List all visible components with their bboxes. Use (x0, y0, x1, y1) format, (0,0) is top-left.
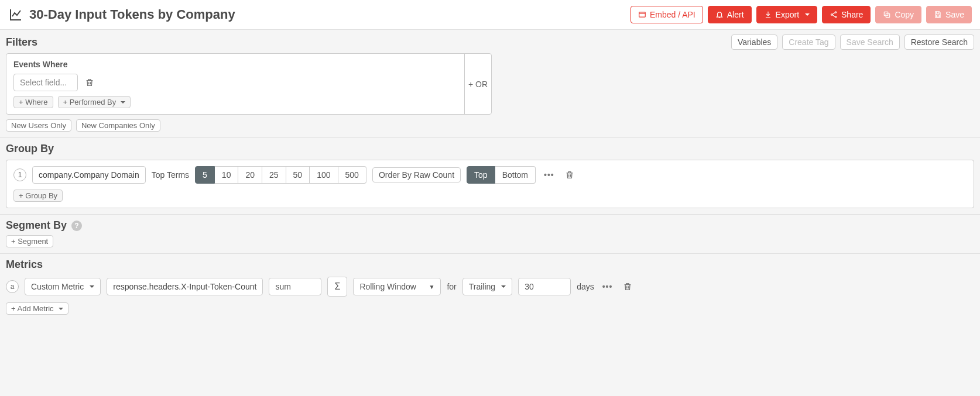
share-icon (830, 11, 838, 19)
trailing-label: Trailing (469, 282, 495, 291)
metric-field-token[interactable]: response.headers.X-Input-Token-Count (107, 278, 263, 295)
bell-icon (715, 11, 724, 19)
add-or-button[interactable]: + OR (464, 54, 491, 114)
count-20[interactable]: 20 (238, 166, 262, 184)
trailing-dropdown[interactable]: Trailing (462, 278, 512, 295)
embed-api-label: Embed / API (650, 10, 695, 19)
groupby-index-badge: 1 (13, 168, 26, 181)
segmentby-section: Segment By ? + Segment (0, 215, 980, 254)
events-where-label: Events Where (13, 60, 457, 69)
select-field-dropdown[interactable]: Select field... (13, 74, 78, 91)
quick-filter-row: New Users Only New Companies Only (6, 119, 974, 132)
filters-section: Filters Variables Create Tag Save Search… (0, 30, 980, 138)
add-where-button[interactable]: + Where (13, 96, 53, 108)
count-100[interactable]: 100 (310, 166, 338, 184)
groupby-row: 1 company.Company Domain Top Terms 5 10 … (13, 166, 967, 184)
aggregation-dropdown[interactable] (269, 278, 321, 295)
where-chip-row: + Where + Performed By (13, 96, 457, 108)
delete-filter-button[interactable] (83, 75, 97, 89)
count-10[interactable]: 10 (215, 166, 239, 184)
svg-point-1 (835, 12, 836, 13)
alert-label: Alert (727, 10, 744, 19)
groupby-field-token[interactable]: company.Company Domain (32, 166, 146, 184)
save-search-button[interactable]: Save Search (840, 35, 900, 50)
svg-point-2 (831, 14, 832, 15)
rolling-window-label: Rolling Window (359, 282, 416, 291)
embed-api-button[interactable]: Embed / API (631, 6, 703, 23)
svg-rect-0 (639, 12, 646, 17)
add-segment-button[interactable]: + Segment (6, 235, 53, 247)
variables-button[interactable]: Variables (731, 35, 777, 50)
metrics-title: Metrics (6, 259, 974, 271)
share-label: Share (841, 10, 863, 19)
top-button[interactable]: Top (467, 166, 495, 184)
top-terms-label: Top Terms (152, 170, 189, 180)
segmentby-title: Segment By (6, 219, 67, 232)
top-terms-count-group: 5 10 20 25 50 100 500 (195, 166, 366, 184)
chevron-down-icon: ▼ (429, 284, 434, 290)
groupby-title: Group By (6, 143, 974, 155)
rolling-window-dropdown[interactable]: Rolling Window ▼ (353, 278, 441, 295)
events-where-box: Events Where Select field... + Where + P… (6, 53, 492, 115)
metric-index-badge: a (6, 280, 19, 293)
groupby-delete-button[interactable] (563, 168, 577, 182)
page-header: 30-Day Input Tokens by Company Embed / A… (0, 0, 980, 30)
count-500[interactable]: 500 (338, 166, 366, 184)
metric-delete-button[interactable] (621, 280, 635, 294)
count-25[interactable]: 25 (262, 166, 286, 184)
custom-metric-dropdown[interactable]: Custom Metric (25, 278, 101, 295)
days-input[interactable] (518, 278, 571, 295)
metric-more-button[interactable]: ••• (600, 282, 615, 291)
filters-header: Filters Variables Create Tag Save Search… (6, 35, 974, 50)
svg-point-3 (835, 16, 836, 18)
sigma-button[interactable]: Σ (327, 277, 347, 297)
top-bottom-group: Top Bottom (467, 166, 536, 184)
order-by-button[interactable]: Order By Raw Count (372, 167, 461, 182)
custom-metric-label: Custom Metric (31, 282, 84, 291)
add-metric-button[interactable]: + Add Metric (6, 302, 68, 315)
export-icon (764, 11, 772, 19)
bottom-button[interactable]: Bottom (495, 166, 536, 184)
groupby-card: 1 company.Company Domain Top Terms 5 10 … (6, 160, 974, 208)
add-groupby-button[interactable]: + Group By (13, 190, 63, 202)
add-metric-label: + Add Metric (11, 304, 54, 313)
restore-search-button[interactable]: Restore Search (904, 35, 974, 50)
chart-line-icon (8, 8, 23, 22)
page-title: 30-Day Input Tokens by Company (29, 7, 235, 22)
trash-icon (623, 282, 632, 291)
events-where-main: Events Where Select field... + Where + P… (6, 54, 464, 114)
copy-button[interactable]: Copy (875, 6, 921, 23)
save-icon (934, 11, 942, 19)
save-button[interactable]: Save (926, 6, 972, 23)
create-tag-button[interactable]: Create Tag (782, 35, 835, 50)
save-label: Save (945, 10, 964, 19)
header-actions: Embed / API Alert Export Share Copy (631, 6, 972, 23)
export-button[interactable]: Export (756, 6, 817, 23)
count-5[interactable]: 5 (195, 166, 215, 184)
new-users-only-button[interactable]: New Users Only (6, 119, 71, 132)
copy-icon (883, 11, 891, 19)
embed-icon (638, 11, 646, 19)
svg-rect-6 (937, 15, 940, 17)
alert-button[interactable]: Alert (708, 6, 752, 23)
new-companies-only-button[interactable]: New Companies Only (76, 119, 160, 132)
copy-label: Copy (895, 10, 914, 19)
filters-title: Filters (6, 36, 37, 49)
groupby-more-button[interactable]: ••• (542, 170, 557, 180)
filters-action-row: Variables Create Tag Save Search Restore… (731, 35, 974, 50)
metrics-section: Metrics a Custom Metric response.headers… (0, 254, 980, 321)
aggregation-input[interactable] (275, 282, 304, 291)
help-icon[interactable]: ? (71, 221, 82, 231)
sigma-icon: Σ (334, 281, 340, 292)
trash-icon (85, 78, 94, 87)
share-button[interactable]: Share (822, 6, 871, 23)
metrics-row: a Custom Metric response.headers.X-Input… (6, 277, 974, 297)
groupby-section: Group By 1 company.Company Domain Top Te… (0, 138, 980, 215)
trash-icon (565, 170, 574, 180)
count-50[interactable]: 50 (286, 166, 310, 184)
field-select-row: Select field... (13, 74, 457, 91)
add-performed-by-button[interactable]: + Performed By (58, 96, 131, 108)
title-wrap: 30-Day Input Tokens by Company (8, 7, 235, 22)
days-label: days (577, 282, 594, 291)
export-label: Export (776, 10, 799, 19)
